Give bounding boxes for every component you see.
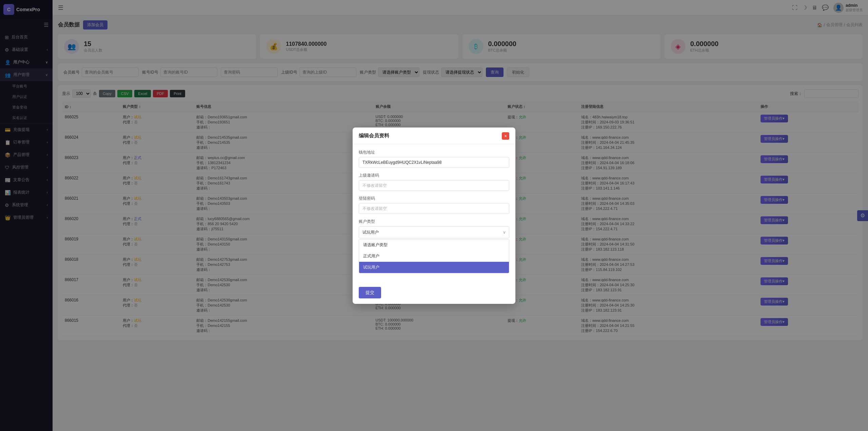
- password-form-group: 登陆密码: [359, 196, 509, 214]
- dropdown-item-placeholder[interactable]: 请选账户类型: [359, 239, 509, 251]
- wallet-form-group: 钱包地址: [359, 150, 509, 168]
- modal-close-button[interactable]: ×: [502, 132, 509, 140]
- wallet-label: 钱包地址: [359, 150, 509, 155]
- acct-type-label: 账户类型: [359, 219, 509, 224]
- modal-body: 钱包地址 上级邀请码 登陆密码 账户类型 试玩用户 正式用户 ∨: [353, 144, 515, 283]
- edit-member-modal: 编辑会员资料 × 钱包地址 上级邀请码 登陆密码 账户类型 试玩用户: [353, 128, 515, 304]
- modal-password-input[interactable]: [359, 203, 509, 214]
- wallet-input[interactable]: [359, 157, 509, 168]
- password-label: 登陆密码: [359, 196, 509, 201]
- invite-form-group: 上级邀请码: [359, 173, 509, 191]
- acct-type-dropdown: 请选账户类型 正式用户 试玩用户: [359, 239, 509, 273]
- acct-type-form-group: 账户类型 试玩用户 正式用户 ∨ 请选账户类型 正式用户 试玩用户: [359, 219, 509, 273]
- modal-footer: 提交: [353, 283, 515, 304]
- dropdown-item-trial[interactable]: 试玩用户: [359, 262, 509, 273]
- dropdown-item-formal[interactable]: 正式用户: [359, 251, 509, 262]
- acct-type-select-wrapper: 试玩用户 正式用户 ∨: [359, 226, 509, 238]
- submit-button[interactable]: 提交: [359, 287, 381, 298]
- invite-input[interactable]: [359, 180, 509, 191]
- modal-title: 编辑会员资料: [359, 133, 389, 139]
- modal-overlay[interactable]: 编辑会员资料 × 钱包地址 上级邀请码 登陆密码 账户类型 试玩用户: [0, 0, 868, 431]
- invite-label: 上级邀请码: [359, 173, 509, 178]
- modal-header: 编辑会员资料 ×: [353, 128, 515, 144]
- modal-acct-type-select[interactable]: 试玩用户 正式用户: [359, 226, 509, 238]
